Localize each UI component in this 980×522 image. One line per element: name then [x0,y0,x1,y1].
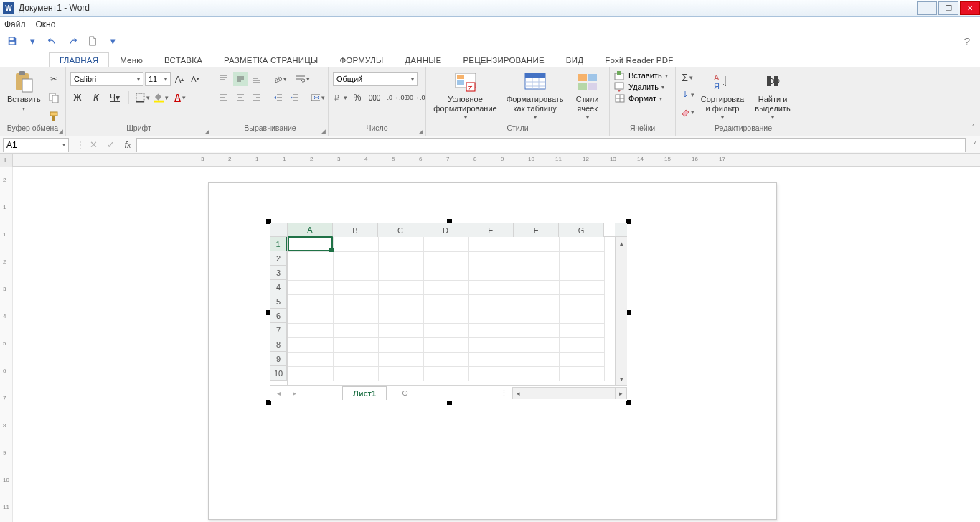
cell[interactable] [514,309,559,323]
cell[interactable] [468,251,514,266]
cell-styles-button[interactable]: Стили ячеек▾ [570,69,605,122]
cell[interactable] [333,294,378,309]
cell[interactable] [423,366,468,381]
menu-window[interactable]: Окно [36,19,56,29]
column-header[interactable]: E [468,223,514,237]
align-bottom-button[interactable] [250,72,264,86]
expand-formula-bar[interactable]: ˅ [969,141,980,149]
row-header[interactable]: 3 [270,266,287,280]
cell[interactable] [468,294,514,309]
cell[interactable] [423,309,468,323]
cell[interactable] [559,337,604,352]
collapse-ribbon-button[interactable]: ˄ [971,123,976,133]
cell[interactable] [468,366,514,381]
decrease-font-button[interactable]: A▾ [188,72,202,86]
scroll-down-button[interactable]: ▾ [616,373,627,385]
delete-cells-button[interactable]: Удалить [628,83,659,91]
cell[interactable] [514,294,559,309]
row-header[interactable]: 2 [270,251,287,266]
cell[interactable] [333,352,378,366]
underline-button[interactable]: Ч▾ [108,90,122,105]
cell[interactable] [514,366,559,381]
font-color-button[interactable]: A [173,90,187,105]
insert-function-button[interactable]: fx [119,138,136,152]
cancel-formula-button[interactable]: ✕ [85,138,102,152]
formula-input[interactable] [136,138,966,152]
cell[interactable] [288,352,333,366]
cell[interactable] [423,251,468,266]
cell[interactable] [468,337,514,352]
cell[interactable] [378,366,423,381]
sheet-tab[interactable]: Лист1 [342,386,387,400]
increase-decimal-button[interactable]: .0→.00 [390,90,405,105]
cell[interactable] [378,266,423,280]
cell[interactable] [333,337,378,352]
name-box[interactable]: A1▾ [3,138,69,152]
cell-grid[interactable] [288,237,615,385]
tab-view[interactable]: ВИД [555,52,594,67]
clipboard-dialog-launcher[interactable]: ◢ [58,128,63,135]
cell[interactable] [423,294,468,309]
cell[interactable] [378,337,423,352]
cell[interactable] [559,294,604,309]
copy-button[interactable] [47,90,61,105]
qat-dropdown[interactable]: ▾ [24,34,40,48]
cell[interactable] [468,266,514,280]
cell[interactable] [423,323,468,337]
tab-review[interactable]: РЕЦЕНЗИРОВАНИЕ [452,52,555,67]
cell[interactable] [423,237,468,251]
cell[interactable] [378,323,423,337]
percent-format-button[interactable]: % [350,90,364,105]
italic-button[interactable]: К [89,90,103,105]
wrap-text-button[interactable] [296,72,310,86]
cell[interactable] [378,352,423,366]
align-left-button[interactable] [217,90,231,105]
align-right-button[interactable] [250,90,264,105]
cell[interactable] [514,323,559,337]
sort-filter-button[interactable]: АЯ Сортировка и фильтр▾ [697,69,748,122]
cell[interactable] [423,266,468,280]
help-button[interactable]: ? [964,35,976,47]
cell[interactable] [288,294,333,309]
cell[interactable] [514,337,559,352]
vertical-scrollbar[interactable]: ▴ ▾ [615,237,627,385]
cell[interactable] [378,280,423,294]
cell[interactable] [423,337,468,352]
resize-handle[interactable] [447,400,452,405]
align-top-button[interactable] [217,72,231,86]
tab-menu[interactable]: Меню [109,52,154,67]
tab-foxit[interactable]: Foxit Reader PDF [594,52,684,67]
cell[interactable] [333,251,378,266]
cell[interactable] [288,337,333,352]
qat-more[interactable]: ▾ [105,34,121,48]
clear-button[interactable] [680,105,694,119]
font-size-combo[interactable]: 11▾ [145,72,171,86]
format-cells-button[interactable]: Формат [628,94,656,103]
cell[interactable] [288,309,333,323]
merge-cells-button[interactable] [311,90,325,105]
cell[interactable] [559,309,604,323]
accounting-format-button[interactable]: ₽ [333,90,347,105]
column-header[interactable]: B [333,223,378,237]
insert-cells-button[interactable]: Вставить [628,71,662,80]
cell[interactable] [423,352,468,366]
resize-handle[interactable] [626,219,631,224]
cell[interactable] [288,251,333,266]
cell[interactable] [468,352,514,366]
tab-layout[interactable]: РАЗМЕТКА СТРАНИЦЫ [213,52,329,67]
cell[interactable] [288,366,333,381]
minimize-button[interactable]: — [917,1,937,15]
cell[interactable] [514,352,559,366]
cell[interactable] [514,280,559,294]
cell[interactable] [559,323,604,337]
row-header[interactable]: 9 [270,352,287,366]
bold-button[interactable]: Ж [70,90,85,105]
menu-file[interactable]: Файл [4,19,26,29]
close-button[interactable]: ✕ [960,1,980,15]
cell[interactable] [559,352,604,366]
save-button[interactable] [4,34,20,48]
cell[interactable] [468,309,514,323]
select-all-cell[interactable] [270,223,288,237]
fill-color-button[interactable] [154,90,169,105]
cell[interactable] [559,366,604,381]
